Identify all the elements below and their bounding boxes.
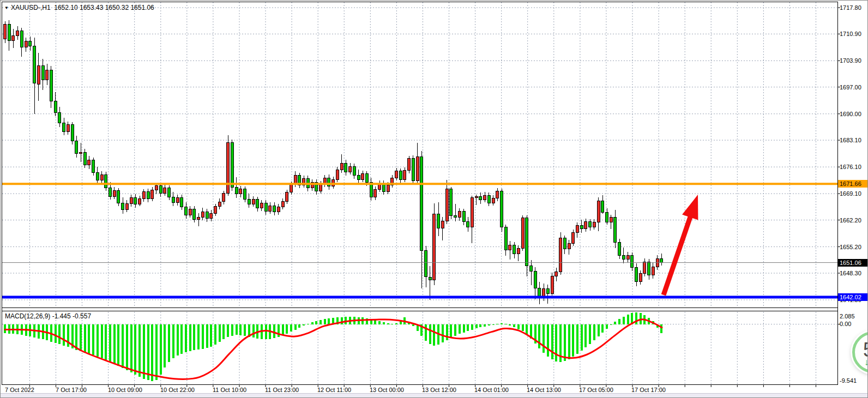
macd-indicator-label: MACD(12,26,9) -1.445 -0.557 <box>5 312 91 320</box>
macd-scale-label: 0.00 <box>840 321 851 327</box>
price-tick-label: 1669.10 <box>840 190 861 197</box>
chart-window: ▼XAUUSD-,H1 1652.10 1653.43 1650.32 1651… <box>0 0 868 398</box>
macd-histogram <box>4 312 662 381</box>
price-tick-label: 1710.90 <box>840 30 861 38</box>
bid-price-badge: 1651.06 <box>838 259 868 267</box>
time-tick-label: 17 Oct 17:00 <box>631 387 666 393</box>
time-tick-label: 10 Oct 09:00 <box>108 387 142 393</box>
candles <box>4 20 663 304</box>
symbol-dropdown-icon[interactable]: ▼ <box>4 5 9 10</box>
window-bottom-edge <box>1 393 868 397</box>
price-tick-label: 1683.10 <box>840 136 861 144</box>
time-tick-label: 11 Oct 10:00 <box>213 387 246 393</box>
chart-title: ▼XAUUSD-,H1 1652.10 1653.43 1650.32 1651… <box>4 4 154 11</box>
macd-signal-line <box>5 319 662 379</box>
price-tick-label: 1655.20 <box>840 243 861 251</box>
arrow-down-icon: ↓ <box>864 357 868 368</box>
price-tick-label: 1676.10 <box>840 163 861 171</box>
price-tick-label: 1697.00 <box>840 83 861 91</box>
resistance-price-badge: 1671.66 <box>838 180 868 188</box>
price-tick-label: 1690.00 <box>840 110 861 118</box>
time-tick-label: 11 Oct 23:00 <box>265 387 299 393</box>
price-tick-label: 1648.30 <box>840 269 861 277</box>
time-tick-label: 14 Oct 01:00 <box>474 387 509 393</box>
price-chart-canvas[interactable] <box>1 1 868 398</box>
price-tick-label: 1717.80 <box>840 4 861 11</box>
time-tick-label: 14 Oct 13:00 <box>527 387 561 393</box>
trend-arrow-annotation[interactable] <box>664 195 698 295</box>
price-tick-label: 1703.90 <box>840 57 861 64</box>
macd-scale-label: -9.541 <box>840 377 857 384</box>
support-price-badge: 1642.02 <box>838 293 868 301</box>
time-tick-label: 13 Oct 12:00 <box>422 387 456 393</box>
chart-title-text: XAUUSD-,H1 1652.10 1653.43 1650.32 1651.… <box>11 4 154 11</box>
time-tick-label: 17 Oct 05:00 <box>579 387 613 393</box>
time-tick-label: 13 Oct 00:00 <box>370 387 404 393</box>
time-tick-label: 10 Oct 22:00 <box>160 387 195 393</box>
macd-scale-label: 2.085 <box>840 313 855 319</box>
price-tick-label: 1662.20 <box>840 216 861 224</box>
time-tick-label: 7 Oct 2022 <box>5 387 34 393</box>
time-tick-label: 12 Oct 11:00 <box>317 387 351 393</box>
time-tick-label: 7 Oct 17:00 <box>56 387 87 393</box>
